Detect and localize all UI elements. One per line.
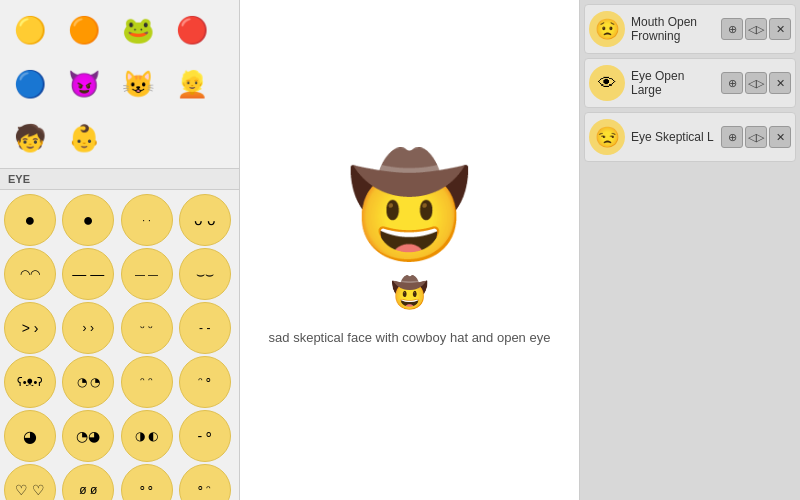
layer-flip-btn-eye-skeptical[interactable]: ◁▷	[745, 126, 767, 148]
layer-close-btn-mouth[interactable]: ✕	[769, 18, 791, 40]
layer-mouth-open-frowning: 😟 Mouth Open Frowning ⊕ ◁▷ ✕	[584, 4, 796, 54]
eye-item-0[interactable]: ●	[4, 194, 56, 246]
layer-name-eye-skeptical: Eye Skeptical L	[631, 130, 715, 144]
eye-item-20[interactable]: ♡ ♡	[4, 464, 56, 500]
eye-item-6[interactable]: ― ―	[121, 248, 173, 300]
eye-item-21[interactable]: ø ø	[62, 464, 114, 500]
eye-item-22[interactable]: ᵒ ᵒ	[121, 464, 173, 500]
top-emoji-5[interactable]: 😈	[58, 58, 110, 110]
layer-thumb-mouth: 😟	[589, 11, 625, 47]
eye-item-5[interactable]: — —	[62, 248, 114, 300]
eye-item-11[interactable]: - -	[179, 302, 231, 354]
layer-controls-eye-skeptical: ⊕ ◁▷ ✕	[721, 126, 791, 148]
top-emoji-8[interactable]: 🧒	[4, 112, 56, 164]
layer-move-btn-eye-large[interactable]: ⊕	[721, 72, 743, 94]
eye-grid: ● ● · · ᴗ ᴗ ◠◠ — — ― ― ⌣⌣ > › › › ᵕ ᵕ - …	[0, 190, 239, 500]
layer-close-btn-eye-skeptical[interactable]: ✕	[769, 126, 791, 148]
eye-item-2[interactable]: · ·	[121, 194, 173, 246]
layer-move-btn-eye-skeptical[interactable]: ⊕	[721, 126, 743, 148]
eye-item-15[interactable]: ᵔ ᵒ	[179, 356, 231, 408]
eye-item-10[interactable]: ᵕ ᵕ	[121, 302, 173, 354]
eye-item-3[interactable]: ᴗ ᴗ	[179, 194, 231, 246]
right-panel: 😟 Mouth Open Frowning ⊕ ◁▷ ✕ 👁 Eye Open …	[580, 0, 800, 500]
layer-name-mouth: Mouth Open Frowning	[631, 15, 715, 43]
top-emoji-3[interactable]: 🔴	[166, 4, 218, 56]
main-emoji-preview: 🤠	[347, 155, 472, 255]
emoji-top-strip: 🟡 🟠 🐸 🔴 🔵 😈 😺 👱 🧒 👶	[0, 0, 239, 169]
eye-item-23[interactable]: ᵒ ᵔ	[179, 464, 231, 500]
eye-item-13[interactable]: ◔ ◔	[62, 356, 114, 408]
eye-item-1[interactable]: ●	[62, 194, 114, 246]
eye-item-9[interactable]: › ›	[62, 302, 114, 354]
eye-item-17[interactable]: ◔◕	[62, 410, 114, 462]
layer-thumb-eye-large: 👁	[589, 65, 625, 101]
top-emoji-4[interactable]: 🔵	[4, 58, 56, 110]
eye-item-7[interactable]: ⌣⌣	[179, 248, 231, 300]
eye-section-label: EYE	[0, 169, 239, 190]
top-emoji-9[interactable]: 👶	[58, 112, 110, 164]
layer-close-btn-eye-large[interactable]: ✕	[769, 72, 791, 94]
middle-panel: 🤠 🤠 sad skeptical face with cowboy hat a…	[240, 0, 580, 500]
emoji-description: sad skeptical face with cowboy hat and o…	[269, 330, 551, 345]
top-emoji-6[interactable]: 😺	[112, 58, 164, 110]
layer-thumb-eye-skeptical: 😒	[589, 119, 625, 155]
eye-item-8[interactable]: > ›	[4, 302, 56, 354]
eye-item-19[interactable]: - ᵒ	[179, 410, 231, 462]
layer-name-eye-large: Eye Open Large	[631, 69, 715, 97]
top-emoji-0[interactable]: 🟡	[4, 4, 56, 56]
top-emoji-7[interactable]: 👱	[166, 58, 218, 110]
eye-item-4[interactable]: ◠◠	[4, 248, 56, 300]
layer-eye-open-large: 👁 Eye Open Large ⊕ ◁▷ ✕	[584, 58, 796, 108]
top-emoji-2[interactable]: 🐸	[112, 4, 164, 56]
eye-item-12[interactable]: ʕ•ᴥ•ʔ	[4, 356, 56, 408]
layer-flip-btn-mouth[interactable]: ◁▷	[745, 18, 767, 40]
eye-item-16[interactable]: ◕	[4, 410, 56, 462]
left-panel: 🟡 🟠 🐸 🔴 🔵 😈 😺 👱 🧒 👶 EYE ● ● · · ᴗ ᴗ ◠◠ —…	[0, 0, 240, 500]
layer-controls-eye-large: ⊕ ◁▷ ✕	[721, 72, 791, 94]
layer-flip-btn-eye-large[interactable]: ◁▷	[745, 72, 767, 94]
layer-controls-mouth: ⊕ ◁▷ ✕	[721, 18, 791, 40]
layer-eye-skeptical-l: 😒 Eye Skeptical L ⊕ ◁▷ ✕	[584, 112, 796, 162]
small-emoji-preview: 🤠	[391, 275, 428, 310]
layer-move-btn-mouth[interactable]: ⊕	[721, 18, 743, 40]
eye-item-18[interactable]: ◑ ◐	[121, 410, 173, 462]
top-emoji-1[interactable]: 🟠	[58, 4, 110, 56]
eye-item-14[interactable]: ᵔ ᵔ	[121, 356, 173, 408]
